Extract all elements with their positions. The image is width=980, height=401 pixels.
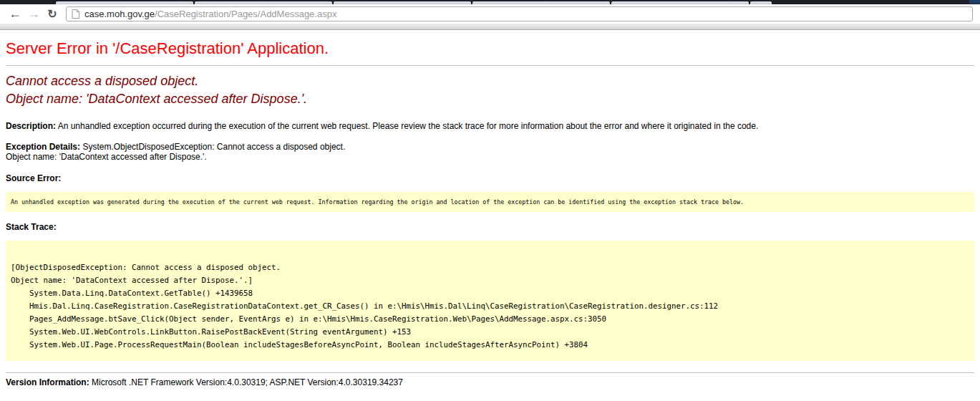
version-info-section: Version Information: Microsoft .NET Fram…	[6, 377, 974, 387]
version-info-label: Version Information:	[6, 377, 89, 387]
back-button[interactable]: ←	[6, 4, 24, 24]
stack-trace-label: Stack Trace:	[6, 222, 57, 232]
stack-trace-text: [ObjectDisposedException: Cannot access …	[6, 241, 974, 361]
source-error-box: An unhandled exception was generated dur…	[6, 192, 974, 212]
title-divider	[6, 65, 974, 66]
browser-tab[interactable]	[472, 1, 610, 4]
footer-divider	[6, 372, 974, 373]
stack-trace-box: [ObjectDisposedException: Cannot access …	[6, 241, 974, 361]
stack-trace-section: Stack Trace:	[6, 222, 974, 232]
browser-tab[interactable]	[611, 1, 749, 4]
error-page: Server Error in '/CaseRegistration' Appl…	[0, 39, 980, 387]
window-corner-decoration	[969, 0, 980, 4]
browser-tab[interactable]	[195, 1, 332, 4]
url-text[interactable]: case.moh.gov.ge/CaseRegistration/Pages/A…	[84, 9, 336, 19]
source-error-text: An unhandled exception was generated dur…	[6, 192, 974, 212]
browser-tab[interactable]	[334, 1, 471, 4]
browser-tab[interactable]	[750, 1, 772, 4]
toolbar-bottom-strip	[0, 24, 980, 30]
description-label: Description:	[6, 121, 56, 131]
error-subtitle: Cannot access a disposed object.Object n…	[6, 72, 974, 108]
error-subtitle-line2: Object name: 'DataContext accessed after…	[6, 92, 307, 106]
url-path: /CaseRegistration/Pages/AddMessage.aspx	[155, 9, 336, 19]
browser-chrome: ← → ↻ case.moh.gov.ge/CaseRegistration/P…	[0, 0, 980, 30]
exception-details-label: Exception Details:	[6, 142, 80, 152]
browser-toolbar: ← → ↻ case.moh.gov.ge/CaseRegistration/P…	[0, 4, 980, 24]
error-subtitle-line1: Cannot access a disposed object.	[6, 74, 198, 88]
exception-details-line1: System.ObjectDisposedException: Cannot a…	[82, 142, 345, 152]
source-error-section: Source Error:	[6, 173, 974, 183]
page-document-icon	[72, 9, 79, 19]
page-title: Server Error in '/CaseRegistration' Appl…	[6, 39, 974, 58]
url-host: case.moh.gov.ge	[84, 9, 155, 19]
url-bar[interactable]: case.moh.gov.ge/CaseRegistration/Pages/A…	[66, 6, 973, 21]
description-text: An unhandled exception occurred during t…	[58, 121, 759, 131]
version-info-text: Microsoft .NET Framework Version:4.0.303…	[92, 377, 403, 387]
forward-button[interactable]: →	[24, 4, 43, 24]
tab-strip	[0, 0, 980, 4]
refresh-button[interactable]: ↻	[43, 4, 62, 24]
source-error-label: Source Error:	[6, 173, 61, 183]
browser-tab[interactable]	[56, 1, 193, 4]
exception-details-section: Exception Details: System.ObjectDisposed…	[6, 142, 974, 162]
exception-details-line2: Object name: 'DataContext accessed after…	[6, 152, 207, 162]
description-section: Description: An unhandled exception occu…	[6, 121, 974, 131]
